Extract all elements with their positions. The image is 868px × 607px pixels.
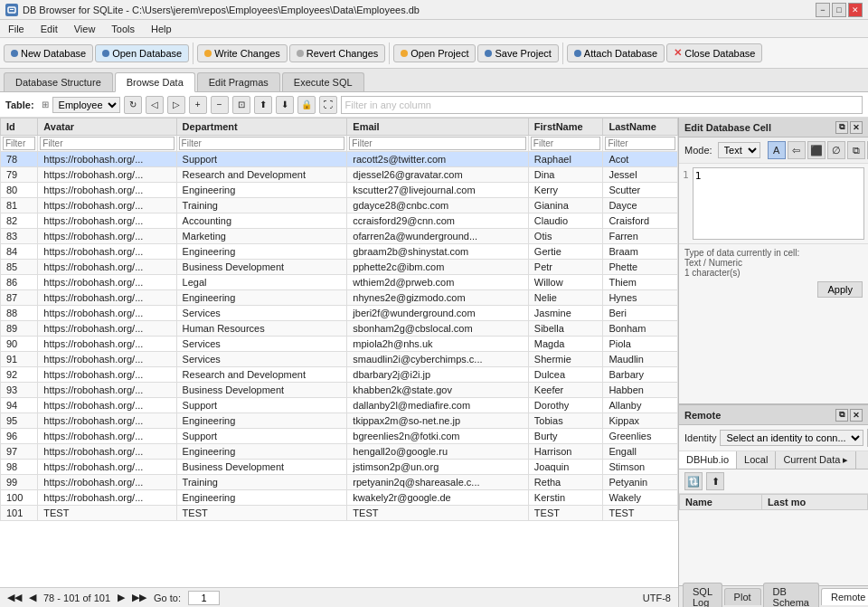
filter-avatar[interactable] bbox=[38, 136, 176, 152]
table-cell[interactable]: bgreenlies2n@fotki.com bbox=[347, 429, 529, 444]
table-cell[interactable]: jberi2f@wunderground.com bbox=[347, 306, 529, 321]
table-cell[interactable]: https://robohash.org/... bbox=[38, 321, 176, 337]
tab-execute-sql[interactable]: Execute SQL bbox=[282, 72, 364, 91]
table-row[interactable]: 88https://robohash.org/...Servicesjberi2… bbox=[1, 306, 678, 321]
table-cell[interactable]: Burty bbox=[528, 429, 603, 444]
goto-input[interactable] bbox=[188, 591, 220, 605]
table-cell[interactable]: Kerry bbox=[528, 183, 603, 198]
table-cell[interactable]: Farren bbox=[603, 229, 678, 244]
mode-selector[interactable]: Text bbox=[718, 142, 760, 158]
table-cell[interactable]: Legal bbox=[176, 275, 347, 290]
table-row[interactable]: 95https://robohash.org/...Engineeringtki… bbox=[1, 413, 678, 429]
table-cell[interactable]: TEST bbox=[528, 506, 603, 521]
table-cell[interactable]: https://robohash.org/... bbox=[38, 429, 176, 444]
filter-fn[interactable] bbox=[528, 136, 603, 152]
table-row[interactable]: 79https://robohash.org/...Research and D… bbox=[1, 167, 678, 183]
filter-dept-input[interactable] bbox=[179, 137, 345, 150]
table-cell[interactable]: Gertie bbox=[528, 244, 603, 260]
table-btn-2[interactable]: ▷ bbox=[167, 96, 185, 114]
table-cell[interactable]: Support bbox=[176, 152, 347, 167]
table-cell[interactable]: pphette2c@ibm.com bbox=[347, 260, 529, 275]
table-cell[interactable]: Sibella bbox=[528, 321, 603, 337]
table-cell[interactable]: 88 bbox=[1, 306, 38, 321]
table-cell[interactable]: Maudlin bbox=[603, 352, 678, 367]
menu-help[interactable]: Help bbox=[146, 22, 176, 36]
close-button[interactable]: ✕ bbox=[848, 3, 863, 17]
table-cell[interactable]: https://robohash.org/... bbox=[38, 198, 176, 213]
edit-cell-float-button[interactable]: ⧉ bbox=[835, 121, 848, 134]
table-row[interactable]: 85https://robohash.org/...Business Devel… bbox=[1, 260, 678, 275]
table-cell[interactable]: Petr bbox=[528, 260, 603, 275]
table-cell[interactable]: Bonham bbox=[603, 321, 678, 337]
maximize-button[interactable]: □ bbox=[832, 3, 846, 17]
mode-btn-bin[interactable]: ⬛ bbox=[807, 141, 826, 159]
table-cell[interactable]: 82 bbox=[1, 213, 38, 229]
apply-button[interactable]: Apply bbox=[817, 281, 863, 298]
tab-edit-pragmas[interactable]: Edit Pragmas bbox=[197, 72, 280, 91]
table-cell[interactable]: Training bbox=[176, 475, 347, 490]
table-cell[interactable]: Research and Development bbox=[176, 167, 347, 183]
table-cell[interactable]: https://robohash.org/... bbox=[38, 260, 176, 275]
btm-tab-plot[interactable]: Plot bbox=[724, 588, 761, 605]
nav-last-button[interactable]: ▶▶ bbox=[132, 592, 146, 603]
table-cell[interactable]: racott2s@twitter.com bbox=[347, 152, 529, 167]
table-cell[interactable]: Piola bbox=[603, 337, 678, 352]
remote-float-button[interactable]: ⧉ bbox=[835, 409, 848, 422]
table-cell[interactable]: Stimson bbox=[603, 460, 678, 475]
filter-id[interactable] bbox=[1, 136, 38, 152]
filter-ln[interactable] bbox=[603, 136, 678, 152]
table-cell[interactable]: gdayce28@cnbc.com bbox=[347, 198, 529, 213]
table-cell[interactable]: https://robohash.org/... bbox=[38, 444, 176, 460]
table-cell[interactable]: https://robohash.org/... bbox=[38, 490, 176, 506]
table-row[interactable]: 87https://robohash.org/...Engineeringnhy… bbox=[1, 290, 678, 306]
filter-input-area[interactable]: Filter in any column bbox=[341, 96, 863, 114]
mode-btn-text[interactable]: A bbox=[768, 141, 786, 159]
table-cell[interactable]: https://robohash.org/... bbox=[38, 475, 176, 490]
table-cell[interactable]: Kerstin bbox=[528, 490, 603, 506]
table-cell[interactable]: 91 bbox=[1, 352, 38, 367]
table-row[interactable]: 99https://robohash.org/...Trainingrpetya… bbox=[1, 475, 678, 490]
edit-cell-close-button[interactable]: ✕ bbox=[850, 121, 863, 134]
table-cell[interactable]: gbraam2b@shinystat.com bbox=[347, 244, 529, 260]
col-header-firstname[interactable]: FirstName bbox=[528, 119, 603, 136]
table-cell[interactable]: Gianina bbox=[528, 198, 603, 213]
table-cell[interactable]: sbonham2g@cbslocal.com bbox=[347, 321, 529, 337]
table-cell[interactable]: https://robohash.org/... bbox=[38, 213, 176, 229]
table-cell[interactable]: 94 bbox=[1, 398, 38, 413]
table-cell[interactable]: 84 bbox=[1, 244, 38, 260]
table-cell[interactable]: kwakely2r@google.de bbox=[347, 490, 529, 506]
open-project-button[interactable]: Open Project bbox=[393, 44, 476, 62]
table-cell[interactable]: ofarren2a@wunderground... bbox=[347, 229, 529, 244]
table-cell[interactable]: nhynes2e@gizmodo.com bbox=[347, 290, 529, 306]
table-cell[interactable]: Dorothy bbox=[528, 398, 603, 413]
menu-view[interactable]: View bbox=[70, 22, 100, 36]
remote-tab-dbhub[interactable]: DBHub.io bbox=[679, 451, 737, 469]
table-cell[interactable]: Dulcea bbox=[528, 367, 603, 383]
table-cell[interactable]: Support bbox=[176, 398, 347, 413]
table-cell[interactable]: 80 bbox=[1, 183, 38, 198]
remote-btn-1[interactable]: 🔃 bbox=[684, 472, 703, 490]
table-cell[interactable]: https://robohash.org/... bbox=[38, 337, 176, 352]
table-cell[interactable]: Scutter bbox=[603, 183, 678, 198]
write-changes-button[interactable]: Write Changes bbox=[197, 44, 288, 62]
table-cell[interactable]: Greenlies bbox=[603, 429, 678, 444]
col-header-department[interactable]: Department bbox=[176, 119, 347, 136]
table-row[interactable]: 83https://robohash.org/...Marketingofarr… bbox=[1, 229, 678, 244]
table-row[interactable]: 94https://robohash.org/...Supportdallanb… bbox=[1, 398, 678, 413]
table-row[interactable]: 100https://robohash.org/...Engineeringkw… bbox=[1, 490, 678, 506]
table-cell[interactable]: mpiola2h@nhs.uk bbox=[347, 337, 529, 352]
table-row[interactable]: 84https://robohash.org/...Engineeringgbr… bbox=[1, 244, 678, 260]
table-cell[interactable]: https://robohash.org/... bbox=[38, 244, 176, 260]
table-cell[interactable]: https://robohash.org/... bbox=[38, 460, 176, 475]
table-cell[interactable]: Engineering bbox=[176, 490, 347, 506]
table-btn-8[interactable]: 🔒 bbox=[297, 96, 316, 114]
attach-database-button[interactable]: Attach Database bbox=[567, 44, 665, 62]
table-cell[interactable]: Petyanin bbox=[603, 475, 678, 490]
mode-btn-rtl[interactable]: ⇦ bbox=[788, 141, 806, 159]
mode-btn-null[interactable]: ∅ bbox=[827, 141, 845, 159]
table-cell[interactable]: Business Development bbox=[176, 383, 347, 398]
table-cell[interactable]: Engineering bbox=[176, 244, 347, 260]
table-cell[interactable]: Kippax bbox=[603, 413, 678, 429]
filter-fn-input[interactable] bbox=[531, 137, 601, 150]
table-row[interactable]: 81https://robohash.org/...Traininggdayce… bbox=[1, 198, 678, 213]
